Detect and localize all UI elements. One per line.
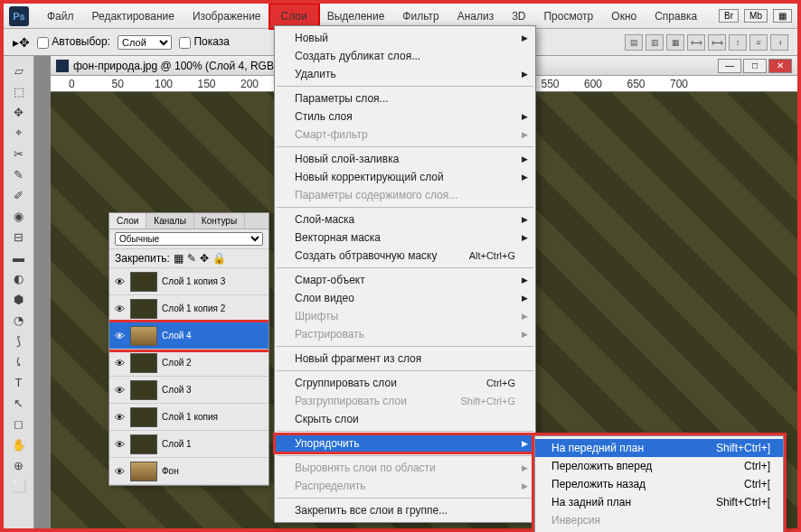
- visibility-icon[interactable]: 👁: [113, 412, 126, 423]
- tool-icon[interactable]: ⬜: [7, 476, 31, 496]
- menu-item[interactable]: Скрыть слои: [275, 410, 535, 428]
- visibility-icon[interactable]: 👁: [113, 358, 126, 369]
- blend-mode-select[interactable]: Обычные: [115, 232, 263, 246]
- tool-icon[interactable]: ⤹: [7, 351, 31, 371]
- tool-icon[interactable]: ✐: [7, 185, 31, 205]
- visibility-icon[interactable]: 👁: [113, 331, 126, 341]
- menu-item[interactable]: Стиль слоя▶: [275, 107, 535, 126]
- menu-3d[interactable]: 3D: [503, 6, 534, 26]
- align-icon[interactable]: ▤: [625, 34, 643, 51]
- layer-row[interactable]: 👁Слой 1 копия 3: [109, 268, 269, 295]
- menu-выделение[interactable]: Выделение: [318, 6, 394, 26]
- align-icon[interactable]: ↕: [729, 34, 747, 51]
- submenu-item[interactable]: На передний планShift+Ctrl+]: [535, 439, 783, 457]
- lock-icon[interactable]: 🔒: [212, 252, 226, 265]
- panel-tab[interactable]: Каналы: [146, 213, 194, 229]
- layer-row[interactable]: 👁Фон: [109, 458, 269, 485]
- close-button[interactable]: ✕: [768, 59, 792, 73]
- menu-слои[interactable]: Слои: [270, 5, 318, 28]
- tool-icon[interactable]: ⬢: [7, 289, 31, 309]
- menu-окно[interactable]: Окно: [602, 6, 646, 26]
- menu-item[interactable]: Новый корректирующий слой▶: [275, 168, 535, 186]
- tool-icon[interactable]: ↖: [7, 393, 31, 413]
- menu-item[interactable]: Сгруппировать слоиCtrl+G: [275, 374, 535, 392]
- layer-name: Слой 3: [162, 385, 192, 395]
- layer-row[interactable]: 👁Слой 1: [109, 431, 269, 458]
- lock-icon[interactable]: ✎: [187, 252, 196, 265]
- layer-row[interactable]: 👁Слой 3: [109, 377, 269, 404]
- menu-item[interactable]: Новый▶: [275, 29, 535, 47]
- menu-item[interactable]: Смарт-объект▶: [275, 271, 535, 289]
- align-icon[interactable]: ⟷: [708, 34, 726, 51]
- layers-panel[interactable]: СлоиКаналыКонтуры Обычные Закрепить: ▦ ✎…: [108, 212, 269, 486]
- menu-фильтр[interactable]: Фильтр: [393, 6, 448, 26]
- menu-item[interactable]: Новый слой-заливка▶: [275, 150, 535, 168]
- menu-item[interactable]: Закрепить все слои в группе...: [275, 501, 535, 519]
- layer-name: Слой 2: [162, 358, 192, 368]
- visibility-icon[interactable]: 👁: [113, 466, 126, 477]
- tool-icon[interactable]: ⊕: [7, 455, 31, 475]
- panel-tab[interactable]: Контуры: [194, 213, 245, 229]
- align-icon[interactable]: ▦: [666, 34, 684, 51]
- menu-item[interactable]: Удалить▶: [275, 65, 535, 83]
- tool-icon[interactable]: ◐: [7, 268, 31, 288]
- menu-item[interactable]: Создать обтравочную маскуAlt+Ctrl+G: [275, 247, 535, 265]
- tool-icon[interactable]: T: [7, 372, 31, 392]
- menu-item[interactable]: Слой-маска▶: [275, 210, 535, 229]
- menu-редактирование[interactable]: Редактирование: [83, 6, 184, 26]
- tool-icon[interactable]: ✋: [7, 434, 31, 454]
- tool-icon[interactable]: ▱: [7, 61, 31, 80]
- menu-изображение[interactable]: Изображение: [184, 6, 270, 26]
- submenu-item[interactable]: Переложить впередCtrl+]: [535, 457, 783, 475]
- tool-icon[interactable]: ◉: [7, 206, 31, 226]
- menu-файл[interactable]: Файл: [38, 6, 83, 26]
- panel-tab[interactable]: Слои: [109, 213, 146, 229]
- layer-row[interactable]: 👁Слой 2: [109, 350, 269, 377]
- menu-extra[interactable]: Br: [719, 9, 739, 23]
- lock-icon[interactable]: ✥: [200, 252, 209, 265]
- layer-row[interactable]: 👁Слой 1 копия: [109, 404, 269, 431]
- tool-icon[interactable]: ⟆: [7, 331, 31, 350]
- visibility-icon[interactable]: 👁: [113, 385, 126, 396]
- move-tool-icon: ▸✥: [13, 35, 30, 50]
- menu-item[interactable]: Новый фрагмент из слоя: [275, 350, 535, 368]
- menu-item[interactable]: Создать дубликат слоя...: [275, 47, 535, 65]
- tool-icon[interactable]: ✎: [7, 164, 31, 184]
- align-icon[interactable]: ▥: [646, 34, 664, 51]
- menu-item[interactable]: Векторная маска▶: [275, 229, 535, 247]
- autoselect-check[interactable]: Автовыбор:: [37, 35, 110, 48]
- visibility-icon[interactable]: 👁: [113, 276, 126, 287]
- arrange-submenu[interactable]: На передний планShift+Ctrl+]Переложить в…: [534, 435, 784, 532]
- layer-row[interactable]: 👁Слой 4: [109, 322, 269, 350]
- tool-icon[interactable]: ◻: [7, 414, 31, 434]
- align-icon[interactable]: ⫞: [770, 34, 788, 51]
- menu-extra[interactable]: Mb: [744, 9, 768, 23]
- align-icon[interactable]: ≡: [749, 34, 768, 51]
- tool-icon[interactable]: ✂: [7, 144, 31, 163]
- tool-icon[interactable]: ⬚: [7, 81, 31, 101]
- menu-справка[interactable]: Справка: [646, 6, 706, 26]
- layer-row[interactable]: 👁Слой 1 копия 2: [109, 295, 269, 322]
- menu-item[interactable]: Слои видео▶: [275, 289, 535, 307]
- menu-анализ[interactable]: Анализ: [448, 6, 504, 26]
- visibility-icon[interactable]: 👁: [113, 303, 126, 314]
- maximize-button[interactable]: □: [743, 59, 767, 73]
- autoselect-target[interactable]: Слой: [118, 35, 172, 50]
- tool-icon[interactable]: ▬: [7, 247, 31, 267]
- menu-extra[interactable]: ▦: [773, 9, 792, 23]
- submenu-item[interactable]: На задний планShift+Ctrl+[: [535, 493, 783, 511]
- layers-menu-dropdown[interactable]: Новый▶Создать дубликат слоя...Удалить▶Па…: [274, 25, 536, 523]
- lock-icon[interactable]: ▦: [174, 252, 184, 265]
- menu-item[interactable]: Параметры слоя...: [275, 89, 535, 107]
- menu-просмотр[interactable]: Просмотр: [534, 6, 602, 26]
- align-icon[interactable]: ⟷: [687, 34, 705, 51]
- tool-icon[interactable]: ✥: [7, 102, 31, 122]
- tool-icon[interactable]: ◔: [7, 310, 31, 330]
- show-check[interactable]: Показа: [179, 35, 230, 48]
- submenu-item[interactable]: Переложить назадCtrl+[: [535, 475, 783, 493]
- minimize-button[interactable]: —: [718, 59, 741, 73]
- tool-icon[interactable]: ⌖: [7, 123, 31, 143]
- visibility-icon[interactable]: 👁: [113, 439, 126, 450]
- tool-icon[interactable]: ⊟: [7, 227, 31, 247]
- menu-item[interactable]: Упорядочить▶: [275, 434, 535, 453]
